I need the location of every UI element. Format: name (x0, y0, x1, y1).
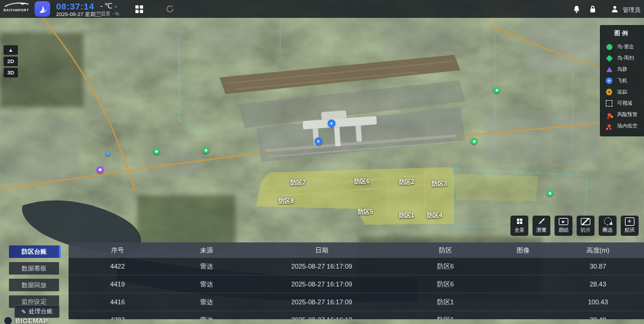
flights-button[interactable]: ✈ 航班 (621, 216, 639, 236)
legend-item: 可视域 (600, 98, 644, 109)
col-zone: 防区 (397, 246, 494, 255)
lasso-icon (604, 217, 612, 225)
logo-swoosh-icon (4, 2, 30, 8)
aircraft-marker[interactable]: ✈ (315, 138, 323, 145)
bird-radar-marker[interactable] (471, 138, 478, 145)
apps-grid-icon[interactable] (134, 4, 144, 14)
bottom-sidebar: 防区台账 数据看板 数据回放 监控设定 ✎ 处理台账 (0, 241, 69, 324)
view-area-icon (605, 100, 613, 107)
bird-scan-icon (605, 56, 613, 61)
north-arrow-icon: ▲ (8, 47, 14, 53)
table-row[interactable]: 4419 雷达 2025-08-27 16:17:09 防区6 28.43 (69, 276, 644, 294)
zone-label: 防区2 (399, 178, 414, 186)
col-height: 高度(m) (552, 246, 644, 255)
slice-icon (581, 217, 590, 225)
clock-date: 2025-08-27 星期三 (56, 11, 101, 18)
tracking-icon (605, 89, 613, 95)
sidebar-item-zone-ledger[interactable]: 防区台账 (9, 245, 61, 258)
bell-icon[interactable] (571, 4, 582, 14)
weather-temperature[interactable]: - ℃˅ (100, 2, 117, 10)
logo-text: BAIYUNPORT (4, 8, 32, 12)
globe-icon (3, 316, 13, 324)
legend-item: 风险预警 (600, 109, 644, 120)
legend-item: ✈ 飞机 (600, 75, 644, 86)
bird-radar-marker[interactable] (547, 190, 553, 197)
aircraft-icon: ✈ (605, 77, 613, 84)
col-source: 来源 (166, 246, 247, 255)
low-altitude-icon (605, 124, 613, 127)
chevron-down-icon: ˅ (114, 4, 117, 10)
ruler-icon (538, 217, 546, 225)
col-image: 图像 (494, 246, 552, 255)
clock-time: 08:37:14 (56, 1, 94, 11)
temperature-value: - ℃ (100, 2, 113, 10)
map-2d-button[interactable]: 2D (4, 57, 18, 66)
grid-icon (517, 217, 522, 225)
legend-item: 鸟群 (600, 64, 644, 75)
plane-icon: ✈ (330, 120, 334, 127)
sidebar-item-data-playback[interactable]: 数据回放 (9, 279, 59, 291)
observe-button[interactable]: ▶ 观瞄 (555, 216, 572, 236)
table-row[interactable]: 4422 雷达 2025-08-27 16:17:09 防区6 30.87 (69, 258, 644, 276)
plane-icon: ✈ (317, 138, 321, 145)
zone-label: 防区4 (427, 211, 442, 220)
legend-item: 场内低空 (600, 120, 644, 132)
sidebar-item-data-dashboard[interactable]: 数据看板 (9, 262, 59, 275)
bird-radar-icon (605, 44, 613, 50)
risk-warning-icon (605, 113, 613, 117)
zone-label: 防区8 (278, 197, 294, 205)
bird-app-tile[interactable] (35, 1, 50, 17)
panorama-button[interactable]: 全景 (510, 216, 528, 236)
lock-icon[interactable] (587, 4, 598, 14)
circle-select-button[interactable]: 圈选 (599, 216, 617, 236)
legend-item: 鸟-周扫 (600, 52, 644, 64)
col-date: 日期 (247, 246, 397, 255)
bird-radar-marker[interactable] (494, 87, 500, 94)
bird-icon (38, 4, 47, 14)
weather-humidity: 湿度 - % (100, 11, 119, 18)
top-bar: BAIYUNPORT 08:37:14 2025-08-27 星期三 - ℃˅ … (0, 0, 644, 18)
bird-radar-marker[interactable] (203, 147, 209, 154)
table-row[interactable]: 4416 雷达 2025-08-27 16:17:09 防区1 100.43 (69, 294, 644, 311)
bigemap-watermark: BIGEMAP (3, 316, 48, 324)
map-point-marker[interactable] (106, 152, 110, 156)
map-3d-button[interactable]: 3D (4, 68, 18, 77)
bird-radar-marker[interactable] (153, 148, 160, 155)
airport-logo: BAIYUNPORT (4, 2, 32, 12)
pencil-icon: ✎ (21, 309, 26, 315)
col-seq: 序号 (69, 246, 166, 255)
bird-flock-icon (605, 67, 613, 72)
aircraft-marker[interactable]: ✈ (328, 120, 336, 127)
legend-item: 鸟-雷达 (600, 41, 644, 52)
admin-user-label[interactable]: 管理员 (623, 6, 640, 14)
slice-button[interactable]: 切片 (577, 216, 595, 236)
legend-title: 图例 (600, 29, 644, 38)
bird-flock-marker[interactable] (97, 166, 104, 173)
sync-icon[interactable] (165, 4, 175, 14)
flight-icon: ✈ (625, 217, 634, 225)
compass-button[interactable]: ▲ (4, 45, 18, 55)
zone-label: 防区7 (290, 179, 306, 187)
video-icon: ▶ (559, 217, 568, 225)
legend-panel: 图例 鸟-雷达 鸟-周扫 鸟群 ✈ 飞机 追踪 可视域 风险预警 场内低空 (600, 25, 644, 136)
table-header: 序号 来源 日期 防区 图像 高度(m) (69, 242, 644, 258)
zone-label: 防区1 (399, 211, 414, 220)
zone-label: 防区5 (358, 208, 373, 216)
zone-label: 防区6 (354, 177, 370, 186)
user-avatar-icon[interactable] (609, 4, 620, 14)
measure-button[interactable]: 测量 (532, 216, 550, 236)
zone-label: 防区3 (432, 180, 447, 188)
legend-item: 追踪 (600, 86, 644, 98)
table-row[interactable]: 4387 雷达 2025-08-27 16:16:12 防区6 30.48 (69, 311, 644, 319)
map-toolbar: 全景 测量 ▶ 观瞄 切片 圈选 ✈ 航班 (510, 216, 639, 236)
records-table: 序号 来源 日期 防区 图像 高度(m) 4422 雷达 2025-08-27 … (69, 242, 644, 319)
